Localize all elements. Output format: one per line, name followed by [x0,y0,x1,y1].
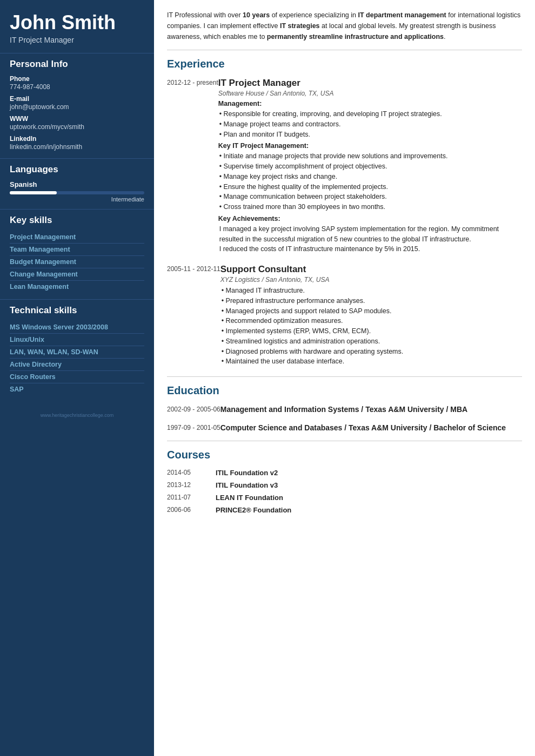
job2-bullet-6: • Streamlined logistics and administrati… [220,336,522,347]
technical-skills-section: Technical skills MS Windows Server 2003/… [0,299,154,402]
job1-bullet-7: • Ensure the highest quality of the impl… [218,182,522,192]
languages-title: Languages [10,164,144,175]
tech-linux-unix: Linux/Unix [10,334,144,346]
education-item-2: 1997-09 - 2001-05 Computer Science and D… [167,423,522,434]
edu2-degree: Computer Science and Databases / Texas A… [220,423,522,434]
personal-info-section: Personal Info Phone 774-987-4008 E-mail … [0,53,154,158]
course3-date: 2011-07 [167,494,216,502]
experience-divider [167,376,522,377]
course-item-3: 2011-07 LEAN IT Foundation [167,494,522,502]
skill-budget-management: Budget Management [10,256,144,268]
tech-lan-wan: LAN, WAN, WLAN, SD-WAN [10,346,144,359]
course-item-4: 2006-06 PRINCE2® Foundation [167,506,522,514]
job1-achievement-1: I managed a key project involving SAP sy… [218,224,522,245]
job2-bullet-4: • Recommended optimization measures. [220,316,522,326]
tech-active-directory: Active Directory [10,359,144,371]
skill-change-management: Change Management [10,268,144,281]
summary-text: IT Professional with over 10 years of ex… [167,10,522,42]
job1-bullet-8: • Manage communication between project s… [218,192,522,202]
edu2-date: 1997-09 - 2001-05 [167,423,220,434]
personal-info-email-label: E-mail [10,95,144,103]
candidate-name: John Smith [10,12,144,33]
watermark: www.heritagechristiancollege.com [0,402,154,423]
technical-skills-title: Technical skills [10,305,144,316]
job1-bullet-5: • Supervise timely accomplishment of pro… [218,161,522,172]
tech-cisco-routers: Cisco Routers [10,371,144,383]
job1-title: IT Project Manager [218,78,522,89]
key-skills-section: Key skills Project Management Team Manag… [0,209,154,299]
personal-info-phone-label: Phone [10,75,144,83]
job2-bullet-7: • Diagnosed problems with hardware and o… [220,347,522,357]
course4-name: PRINCE2® Foundation [216,506,291,514]
skill-project-management: Project Management [10,231,144,244]
job1-bullet-2: • Manage project teams and contractors. [218,119,522,130]
key-skills-title: Key skills [10,215,144,226]
job1-bullet-9: • Cross trained more than 30 employees i… [218,202,522,212]
edu1-date: 2002-09 - 2005-06 [167,404,220,415]
job1-section-key-it: Key IT Project Management: [218,142,522,150]
job1-bullet-1: • Responsible for creating, improving, a… [218,109,522,119]
languages-section: Languages Spanish Intermediate [0,158,154,209]
personal-info-linkedin-value: linkedin.com/in/johnsmith [10,143,144,151]
edu1-degree: Management and Information Systems / Tex… [220,404,522,415]
job2-bullet-5: • Implemented systems (ERP, WMS, CRM, EC… [220,326,522,336]
language-spanish: Spanish Intermediate [10,180,144,202]
candidate-job-title: IT Project Manager [10,36,144,44]
course4-date: 2006-06 [167,506,216,514]
experience-job-2: 2005-11 - 2012-11 Support Consultant XYZ… [167,264,522,367]
experience-job-1: 2012-12 - present IT Project Manager Sof… [167,78,522,254]
sidebar: John Smith IT Project Manager Personal I… [0,0,154,756]
experience-section-title: Experience [167,58,522,70]
personal-info-linkedin-label: LinkedIn [10,135,144,143]
skill-team-management: Team Management [10,244,144,256]
course-item-1: 2014-05 ITIL Foundation v2 [167,469,522,477]
education-divider [167,441,522,441]
job1-bullet-3: • Plan and monitor IT budgets. [218,130,522,140]
job1-bullet-4: • Initiate and manage projects that prov… [218,151,522,161]
course2-date: 2013-12 [167,481,216,489]
job2-bullet-8: • Maintained the user database interface… [220,356,522,367]
job1-achievement-2: I reduced the costs of IT infrastructure… [218,244,522,254]
job2-content: Support Consultant XYZ Logistics / San A… [220,264,522,367]
course2-name: ITIL Foundation v3 [216,481,278,489]
tech-windows-server: MS Windows Server 2003/2008 [10,321,144,334]
job2-date: 2005-11 - 2012-11 [167,264,220,367]
language-bar-bg [10,191,144,194]
personal-info-www-label: WWW [10,115,144,123]
personal-info-phone-value: 774-987-4008 [10,83,144,91]
job1-content: IT Project Manager Software House / San … [218,78,522,254]
summary-divider [167,50,522,50]
edu2-content: Computer Science and Databases / Texas A… [220,423,522,434]
language-name: Spanish [10,180,144,188]
course3-name: LEAN IT Foundation [216,494,283,502]
personal-info-email-value: john@uptowork.com [10,103,144,111]
job2-bullet-1: • Managed IT infrastructure. [220,286,522,296]
education-item-1: 2002-09 - 2005-06 Management and Informa… [167,404,522,415]
sidebar-header: John Smith IT Project Manager [0,0,154,53]
courses-section-title: Courses [167,449,522,461]
job1-date: 2012-12 - present [167,78,218,254]
main-content: IT Professional with over 10 years of ex… [154,0,535,756]
course1-date: 2014-05 [167,469,216,477]
language-level: Intermediate [10,196,144,202]
job1-bullet-6: • Manage key project risks and change. [218,172,522,182]
personal-info-title: Personal Info [10,59,144,70]
personal-info-www-value: uptowork.com/mycv/smith [10,123,144,131]
edu1-content: Management and Information Systems / Tex… [220,404,522,415]
job2-bullet-3: • Managed projects and support related t… [220,306,522,316]
job2-bullet-2: • Prepared infrastructure performance an… [220,296,522,306]
job2-company: XYZ Logistics / San Antonio, TX, USA [220,276,522,284]
language-bar-fill [10,191,57,194]
course-item-2: 2013-12 ITIL Foundation v3 [167,481,522,489]
job1-section-management: Management: [218,100,522,107]
job1-section-achievements: Key Achievements: [218,215,522,222]
education-section-title: Education [167,384,522,397]
tech-sap: SAP [10,383,144,395]
job1-company: Software House / San Antonio, TX, USA [218,90,522,97]
course1-name: ITIL Foundation v2 [216,469,278,477]
skill-lean-management: Lean Management [10,281,144,293]
job2-title: Support Consultant [220,264,522,275]
